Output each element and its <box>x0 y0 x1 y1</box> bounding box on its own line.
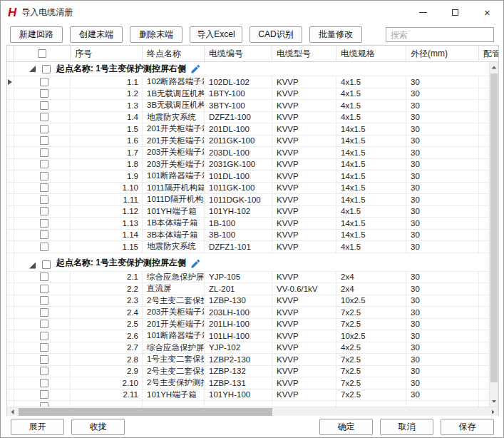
cell-cable-spec[interactable]: 14x1.5 <box>336 159 406 170</box>
cell-seq[interactable]: 2.8 <box>71 354 143 365</box>
cell-cable-model[interactable]: KVVP <box>272 342 336 354</box>
cell-cable-no[interactable]: 101LH-100 <box>205 330 272 342</box>
cell-cable-spec[interactable]: 7x2.5 <box>336 377 406 389</box>
cell-cable-spec[interactable] <box>336 401 406 407</box>
table-row[interactable]: 1.7203开关柜端子箱203DL-100KVVP14x1.530 <box>7 147 489 159</box>
cell-cable-model[interactable]: KVVP <box>272 194 336 205</box>
cell-outer-diameter[interactable]: 30 <box>406 354 479 365</box>
row-checkbox[interactable] <box>40 285 48 293</box>
cell-seq[interactable]: 2.2 <box>71 283 143 295</box>
table-row[interactable]: 1.6201开关柜端子箱2011GK-100KVVP14x1.530 <box>7 136 489 148</box>
cell-cable-model[interactable]: KVVP <box>272 88 336 100</box>
group-checkbox[interactable] <box>42 260 51 269</box>
cell-conduit[interactable] <box>479 319 489 330</box>
cell-outer-diameter[interactable]: 30 <box>406 147 479 158</box>
cell-cable-no[interactable]: 203LH-100 <box>205 307 272 318</box>
cell-seq[interactable]: 1.2 <box>71 88 143 100</box>
table-row[interactable]: 2.11101YH端子箱101YH-100KVVP7x2.530 <box>7 389 489 402</box>
cell-cable-no[interactable]: 3B-100 <box>205 230 272 241</box>
cell-endpoint[interactable]: 3B无载调压机构箱 <box>143 100 205 111</box>
cell-conduit[interactable] <box>479 112 489 123</box>
table-row[interactable]: 2.92号主变二套保护...1ZBP-132KVVP7x2.530 <box>7 366 489 378</box>
cell-cable-spec[interactable]: 10x2.5 <box>336 295 406 307</box>
cell-endpoint[interactable]: 101断路器端子箱 <box>143 170 205 182</box>
col-header-seq[interactable]: 序号 <box>71 46 143 61</box>
cell-cable-no[interactable]: 1011DGK-100 <box>205 194 272 205</box>
cell-conduit[interactable] <box>479 218 489 229</box>
cell-cable-model[interactable]: KVVP <box>272 319 336 330</box>
cell-seq[interactable]: 2.9 <box>71 366 143 377</box>
cell-seq[interactable]: 1.4 <box>71 112 143 123</box>
cell-outer-diameter[interactable]: 30 <box>406 377 479 389</box>
cell-cable-spec[interactable]: 7x2.5 <box>336 366 406 377</box>
cell-cable-no[interactable]: ZL-201 <box>205 283 272 295</box>
horizontal-scrollbar[interactable] <box>7 407 498 417</box>
cell-conduit[interactable] <box>479 170 489 182</box>
cell-cable-no[interactable]: 102DL-102 <box>205 76 272 88</box>
table-row[interactable]: 2.6101断路器端子箱101LH-100KVVP10x2.530 <box>7 330 489 342</box>
group-checkbox[interactable] <box>42 65 51 73</box>
cell-cable-no[interactable]: 1011GK-100 <box>205 183 272 194</box>
cell-cable-no[interactable]: 1ZBP-130 <box>205 295 272 307</box>
group-header-row[interactable]: 起点名称: 1号主变保护测控屏左侧 <box>7 253 489 272</box>
cell-seq[interactable] <box>71 401 143 407</box>
cell-conduit[interactable] <box>479 307 489 318</box>
row-checkbox[interactable] <box>40 78 48 86</box>
cell-endpoint[interactable]: 地震防灾系统 <box>143 241 205 253</box>
table-row[interactable]: 2.102号主变保护测控屏1ZBP-131KVVP7x2.530 <box>7 377 489 389</box>
cell-cable-spec[interactable]: 14x1.5 <box>336 230 406 241</box>
cell-seq[interactable]: 1.5 <box>71 123 143 135</box>
row-checkbox[interactable] <box>40 332 48 340</box>
cell-conduit[interactable] <box>479 230 489 241</box>
cell-seq[interactable]: 2.4 <box>71 307 143 318</box>
cell-outer-diameter[interactable]: 30 <box>406 88 479 100</box>
save-button[interactable]: 保存 <box>441 419 494 435</box>
vertical-scroll-thumb[interactable] <box>490 73 498 382</box>
cell-conduit[interactable] <box>479 123 489 135</box>
cell-cable-spec[interactable]: 2x4 <box>336 272 406 283</box>
table-row[interactable] <box>7 401 489 407</box>
col-header-cable-spec[interactable]: 电缆规格 <box>336 46 406 61</box>
cell-endpoint[interactable]: 直流屏 <box>143 283 205 295</box>
search-input[interactable] <box>386 27 494 42</box>
row-checkbox[interactable] <box>40 148 48 157</box>
cell-seq[interactable]: 1.3 <box>71 100 143 111</box>
cell-conduit[interactable] <box>479 401 489 407</box>
row-checkbox[interactable] <box>40 230 48 239</box>
cell-conduit[interactable] <box>479 206 489 218</box>
cell-conduit[interactable] <box>479 377 489 389</box>
cell-endpoint[interactable]: 1011隔开机构箱 <box>143 183 205 194</box>
cell-cable-model[interactable]: KVVP <box>272 389 336 401</box>
cell-conduit[interactable] <box>479 241 489 253</box>
col-header-cable-model[interactable]: 电缆型号 <box>272 46 336 61</box>
cell-conduit[interactable] <box>479 159 489 170</box>
row-checkbox[interactable] <box>40 390 48 399</box>
table-row[interactable]: 2.7综合应急保护屏YJP-102KVVP4x2.530 <box>7 342 489 355</box>
cell-cable-model[interactable]: KVVP <box>272 76 336 88</box>
cell-cable-no[interactable]: 3BTY-100 <box>205 100 272 111</box>
cell-outer-diameter[interactable]: 30 <box>406 230 479 241</box>
cell-cable-spec[interactable]: 4x1.5 <box>336 76 406 88</box>
table-row[interactable]: 1.1102断路器端子箱102DL-102KVVP4x1.530 <box>7 76 489 88</box>
cancel-button[interactable]: 取消 <box>380 419 433 435</box>
row-checkbox[interactable] <box>40 273 48 281</box>
cell-endpoint[interactable]: 201开关柜端子箱 <box>143 319 205 330</box>
row-checkbox[interactable] <box>40 101 48 110</box>
cell-conduit[interactable] <box>479 183 489 194</box>
cell-seq[interactable]: 2.6 <box>71 330 143 342</box>
cell-outer-diameter[interactable]: 30 <box>406 283 479 295</box>
cell-outer-diameter[interactable]: 30 <box>406 389 479 401</box>
cell-outer-diameter[interactable]: 30 <box>406 342 479 354</box>
table-row[interactable]: 1.15地震防灾系统DZFZ1-101KVVP4x1.530 <box>7 241 489 253</box>
cell-endpoint[interactable]: 1B无载调压机构箱 <box>143 88 205 100</box>
edit-pencil-icon[interactable] <box>190 64 200 74</box>
scroll-down-button[interactable] <box>490 396 498 407</box>
cell-cable-spec[interactable]: 7x2.5 <box>336 307 406 318</box>
cell-endpoint[interactable]: 2号主变二套保护... <box>143 366 205 377</box>
cell-cable-model[interactable]: KVVP <box>272 366 336 377</box>
table-row[interactable]: 2.5201开关柜端子箱201LH-100KVVP7x2.530 <box>7 319 489 331</box>
cell-cable-spec[interactable]: 7x2.5 <box>336 319 406 330</box>
cell-outer-diameter[interactable]: 30 <box>406 272 479 283</box>
cell-cable-spec[interactable]: 4x1.5 <box>336 241 406 253</box>
cell-cable-model[interactable]: KVVP <box>272 112 336 123</box>
